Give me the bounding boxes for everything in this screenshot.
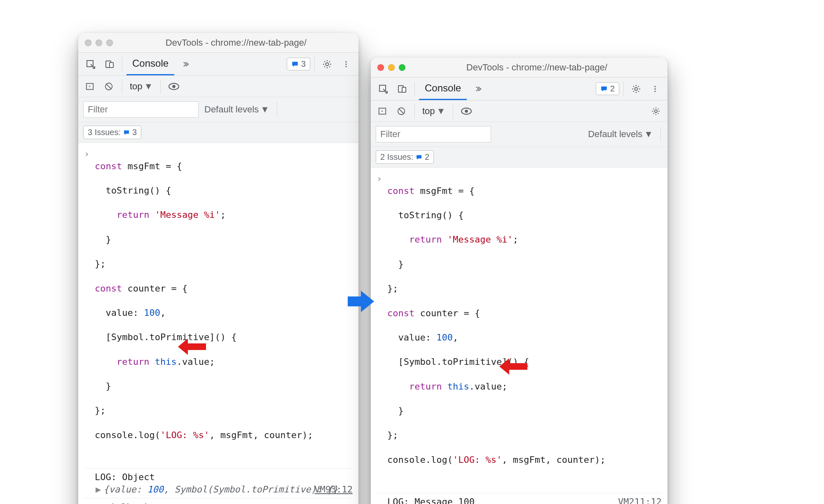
window-title: DevTools - chrome://new-tab-page/ — [120, 37, 352, 48]
chat-icon — [123, 129, 130, 136]
chat-icon — [600, 85, 608, 93]
device-toggle-icon[interactable] — [101, 56, 118, 72]
window-controls[interactable] — [377, 64, 405, 71]
expand-triangle-icon[interactable]: ▶ — [96, 484, 101, 495]
svg-point-5 — [345, 63, 346, 65]
svg-point-17 — [654, 88, 655, 89]
console-log-row[interactable]: LOG: Object ▶{value: 100, Symbol(Symbol.… — [84, 469, 353, 498]
code-block: const msgFmt = { toString() { return 'Me… — [92, 148, 313, 466]
device-toggle-icon[interactable] — [394, 81, 410, 97]
svg-point-16 — [654, 86, 655, 87]
svg-point-6 — [345, 66, 346, 67]
devtools-window-right: DevTools - chrome://new-tab-page/ Consol… — [371, 58, 667, 504]
devtools-window-left: DevTools - chrome://new-tab-page/ Consol… — [78, 33, 358, 504]
filter-row: Default levels▼ — [371, 122, 667, 147]
separator — [122, 79, 122, 94]
context-selector[interactable]: top▼ — [128, 80, 154, 93]
separator — [122, 57, 122, 72]
svg-point-18 — [654, 91, 655, 92]
filter-input[interactable] — [376, 126, 491, 142]
clear-console-icon[interactable] — [394, 104, 409, 119]
issues-chip-label: 3 Issues: — [88, 128, 121, 137]
kebab-menu-icon[interactable] — [338, 56, 354, 72]
live-expression-icon[interactable] — [166, 79, 181, 94]
titlebar: DevTools - chrome://new-tab-page/ — [371, 58, 667, 77]
console-output: › const msgFmt = { toString() { return '… — [371, 168, 667, 504]
inspect-icon[interactable] — [375, 81, 391, 97]
code-block: const msgFmt = { toString() { return 'Me… — [385, 173, 606, 490]
issues-count: 2 — [610, 84, 615, 93]
more-tabs-icon[interactable] — [177, 56, 193, 72]
settings-icon[interactable] — [628, 81, 644, 97]
chat-icon — [416, 154, 422, 161]
clear-console-icon[interactable] — [101, 79, 116, 94]
console-log-row[interactable]: LOG: Message 100 VM211:12 — [377, 493, 662, 504]
main-toolbar: Console 3 — [78, 53, 358, 76]
console-input-row[interactable]: › const msgFmt = { toString() { return '… — [84, 145, 353, 469]
issues-count: 3 — [301, 59, 306, 69]
source-link[interactable]: VM211:12 — [618, 496, 662, 504]
separator — [314, 57, 315, 72]
console-output: › const msgFmt = { toString() { return '… — [78, 143, 358, 504]
close-dot[interactable] — [377, 64, 384, 71]
svg-point-15 — [635, 87, 638, 90]
issues-chip[interactable]: 2 Issues: 2 — [376, 150, 434, 164]
console-settings-icon[interactable] — [648, 104, 663, 119]
minimize-dot[interactable] — [388, 64, 395, 71]
svg-line-21 — [399, 109, 404, 113]
input-prompt-icon: › — [84, 148, 92, 160]
zoom-dot[interactable] — [399, 64, 405, 71]
separator — [660, 127, 661, 142]
sidebar-toggle-icon[interactable] — [82, 79, 97, 94]
kebab-menu-icon[interactable] — [647, 81, 663, 97]
issues-chip-label: 2 Issues: — [380, 152, 413, 162]
tab-console[interactable]: Console — [126, 53, 174, 75]
source-link[interactable]: VM93:12 — [314, 483, 353, 496]
chevron-down-icon: ▼ — [437, 106, 446, 117]
chevron-down-icon: ▼ — [144, 81, 153, 92]
issues-chip[interactable]: 3 Issues: 3 — [83, 126, 141, 139]
separator — [160, 79, 161, 94]
console-input-row[interactable]: › const msgFmt = { toString() { return '… — [377, 170, 662, 493]
context-selector[interactable]: top▼ — [421, 105, 447, 117]
svg-point-3 — [326, 63, 329, 65]
levels-selector[interactable]: Default levels▼ — [588, 129, 653, 140]
svg-line-9 — [107, 84, 111, 89]
issues-indicator[interactable]: 2 — [596, 82, 619, 95]
window-controls[interactable] — [85, 40, 113, 46]
separator — [623, 82, 624, 96]
chat-icon — [291, 61, 299, 68]
sidebar-toggle-icon[interactable] — [375, 104, 390, 119]
undefined-text: undefined — [98, 502, 147, 504]
main-toolbar: Console 2 — [371, 77, 667, 100]
settings-icon[interactable] — [319, 56, 335, 72]
console-return-row: ‹· undefined — [84, 498, 353, 504]
svg-point-23 — [465, 110, 468, 113]
filter-row: Default levels▼ — [78, 97, 358, 122]
minimize-dot[interactable] — [96, 40, 102, 46]
transition-arrow-icon — [346, 288, 376, 315]
separator — [414, 104, 415, 119]
console-toolbar: top▼ — [371, 100, 667, 122]
filter-input[interactable] — [83, 101, 199, 118]
levels-selector[interactable]: Default levels▼ — [204, 104, 269, 115]
zoom-dot[interactable] — [106, 40, 113, 46]
object-expand-row[interactable]: ▶{value: 100, Symbol(Symbol.toPrimitive)… — [84, 483, 353, 496]
issues-chip-count: 2 — [425, 152, 429, 162]
svg-point-24 — [655, 110, 657, 112]
live-expression-icon[interactable] — [459, 104, 474, 119]
issues-indicator[interactable]: 3 — [287, 58, 310, 70]
tab-console[interactable]: Console — [419, 77, 467, 100]
close-dot[interactable] — [85, 40, 91, 46]
inspect-icon[interactable] — [82, 56, 99, 72]
more-tabs-icon[interactable] — [469, 81, 486, 97]
highlight-arrow-left-icon — [177, 338, 206, 356]
log-text: LOG: Object — [84, 471, 353, 483]
issues-row: 2 Issues: 2 — [371, 147, 667, 168]
separator — [414, 82, 415, 96]
issues-chip-count: 3 — [132, 128, 137, 137]
chevron-down-icon: ▼ — [644, 129, 653, 140]
return-arrow-icon: ‹· — [84, 501, 92, 504]
window-title: DevTools - chrome://new-tab-page/ — [413, 62, 661, 73]
separator — [277, 102, 277, 117]
